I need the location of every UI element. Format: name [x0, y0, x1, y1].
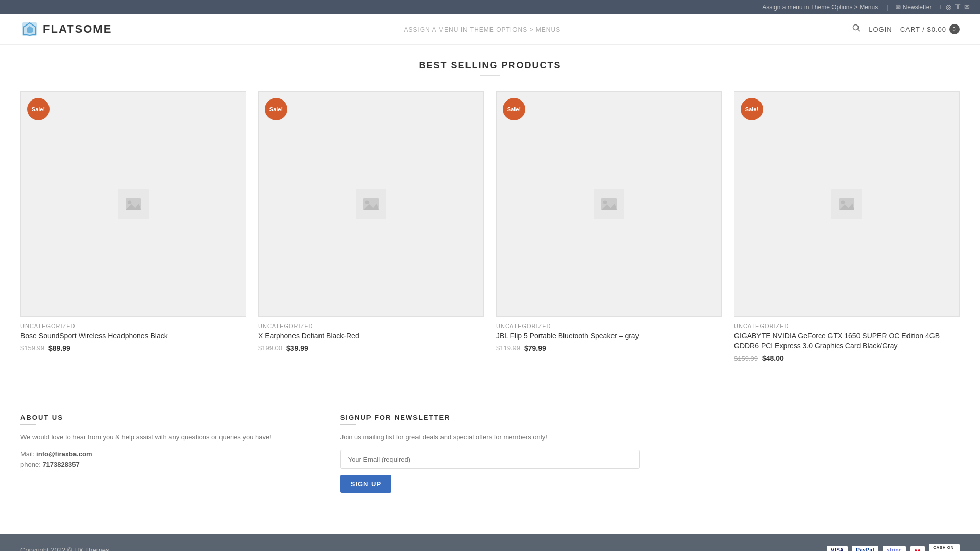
topbar-newsletter-link[interactable]: ✉ Newsletter: [896, 4, 932, 11]
price-old: $159.99: [734, 355, 758, 362]
product-name: Bose SoundSport Wireless Headphones Blac…: [20, 331, 246, 341]
main-content: BEST SELLING PRODUCTS Sale! UNCATEGORIZE…: [0, 45, 980, 534]
product-name: GIGABYTE NVIDIA GeForce GTX 1650 SUPER O…: [734, 331, 960, 351]
price-old: $119.99: [496, 344, 520, 352]
logo-text: FLATSOME: [43, 22, 112, 36]
product-name: X Earphones Defiant Black-Red: [258, 331, 484, 341]
newsletter-email-input[interactable]: [340, 450, 640, 469]
price-new: $89.99: [48, 344, 70, 353]
placeholder-icon: [356, 189, 386, 219]
stripe-icon: stripe: [883, 546, 906, 551]
svg-point-19: [841, 201, 845, 205]
paypal-icon: PayPal: [852, 546, 878, 551]
product-prices: $119.99 $79.99: [496, 344, 722, 353]
header-right: LOGIN CART / $0.00 0: [852, 24, 960, 34]
product-card[interactable]: Sale! UNCATEGORIZED GIGABYTE NVIDIA GeFo…: [734, 91, 960, 362]
product-card[interactable]: Sale! UNCATEGORIZED Bose SoundSport Wire…: [20, 91, 246, 362]
product-placeholder: [356, 189, 386, 219]
sale-badge: Sale!: [27, 98, 50, 120]
instagram-icon[interactable]: ◎: [946, 3, 951, 11]
product-category: UNCATEGORIZED: [496, 323, 722, 329]
product-category: UNCATEGORIZED: [20, 323, 246, 329]
payment-icons: VISA PayPal stripe ●● CASH ONDELIVERY: [827, 544, 960, 551]
cart-label: CART / $0.00: [900, 26, 946, 33]
bottom-footer: Copyright 2022 © UX Themes VISA PayPal s…: [0, 534, 980, 551]
cod-icon: CASH ONDELIVERY: [929, 544, 960, 551]
svg-point-3: [853, 25, 859, 30]
product-placeholder: [594, 189, 624, 219]
product-name: JBL Flip 5 Portable Bluetooth Speaker – …: [496, 331, 722, 341]
main-nav: ASSIGN A MENU IN THEME OPTIONS > MENUS: [404, 25, 560, 33]
product-placeholder: [831, 189, 862, 219]
twitter-icon[interactable]: 𝕋: [955, 3, 960, 11]
product-card[interactable]: Sale! UNCATEGORIZED X Earphones Defiant …: [258, 91, 484, 362]
visa-icon: VISA: [827, 546, 848, 551]
price-new: $39.99: [286, 344, 308, 353]
placeholder-icon: [594, 189, 624, 219]
price-old: $159.99: [20, 344, 44, 352]
email-icon[interactable]: ✉: [964, 3, 970, 11]
placeholder-icon: [118, 189, 149, 219]
product-image: Sale!: [734, 91, 960, 317]
login-button[interactable]: LOGIN: [869, 26, 892, 33]
topbar-divider: |: [886, 4, 888, 11]
footer-info: ABOUT US We would love to hear from you …: [20, 393, 960, 513]
product-prices: $159.99 $89.99: [20, 344, 246, 353]
product-category: UNCATEGORIZED: [734, 323, 960, 329]
search-button[interactable]: [852, 24, 861, 34]
price-new: $48.00: [762, 354, 784, 362]
product-image: Sale!: [258, 91, 484, 317]
product-card[interactable]: Sale! UNCATEGORIZED JBL Flip 5 Portable …: [496, 91, 722, 362]
about-us-section: ABOUT US We would love to hear from you …: [20, 414, 320, 493]
product-placeholder: [118, 189, 149, 219]
svg-point-11: [365, 201, 370, 205]
price-new: $79.99: [524, 344, 546, 353]
cart-count: 0: [949, 24, 960, 34]
social-icons: f ◎ 𝕋 ✉: [940, 3, 970, 11]
logo-icon: [20, 20, 39, 38]
product-image: Sale!: [20, 91, 246, 317]
brand-link[interactable]: UX Themes: [74, 546, 109, 551]
price-old: $199.00: [258, 344, 282, 352]
cart-button[interactable]: CART / $0.00 0: [900, 24, 960, 34]
svg-point-7: [128, 201, 132, 205]
signup-button[interactable]: SIGN UP: [340, 475, 391, 493]
sale-badge: Sale!: [741, 98, 763, 120]
facebook-icon[interactable]: f: [940, 3, 942, 11]
mastercard-icon: ●●: [910, 546, 925, 551]
svg-line-4: [858, 30, 860, 32]
newsletter-title: SIGNUP FOR NEWSLETTER: [340, 414, 640, 425]
sale-badge: Sale!: [503, 98, 525, 120]
topbar-menu-text: Assign a menu in Theme Options > Menus: [762, 4, 878, 11]
header: FLATSOME ASSIGN A MENU IN THEME OPTIONS …: [0, 14, 980, 45]
svg-point-15: [603, 201, 607, 205]
nav-menu-text: ASSIGN A MENU IN THEME OPTIONS > MENUS: [404, 26, 560, 33]
product-prices: $159.99 $48.00: [734, 354, 960, 362]
product-category: UNCATEGORIZED: [258, 323, 484, 329]
products-grid: Sale! UNCATEGORIZED Bose SoundSport Wire…: [20, 91, 960, 362]
about-phone: phone: 7173828357: [20, 461, 320, 468]
about-us-title: ABOUT US: [20, 414, 320, 425]
copyright: Copyright 2022 © UX Themes: [20, 546, 109, 551]
about-us-text: We would love to hear from you & help as…: [20, 432, 320, 443]
about-mail-value: info@firaxba.com: [36, 450, 92, 458]
logo[interactable]: FLATSOME: [20, 20, 112, 38]
search-icon: [852, 24, 861, 32]
product-image: Sale!: [496, 91, 722, 317]
about-mail: Mail: info@firaxba.com: [20, 450, 320, 458]
newsletter-section: SIGNUP FOR NEWSLETTER Join us mailing li…: [340, 414, 640, 493]
product-prices: $199.00 $39.99: [258, 344, 484, 353]
newsletter-description: Join us mailing list for great deals and…: [340, 432, 640, 443]
placeholder-icon: [831, 189, 862, 219]
top-bar: Assign a menu in Theme Options > Menus |…: [0, 0, 980, 14]
sale-badge: Sale!: [265, 98, 287, 120]
about-phone-value: 7173828357: [42, 461, 79, 468]
footer-empty-col: [660, 414, 960, 493]
section-title: BEST SELLING PRODUCTS: [20, 55, 960, 76]
